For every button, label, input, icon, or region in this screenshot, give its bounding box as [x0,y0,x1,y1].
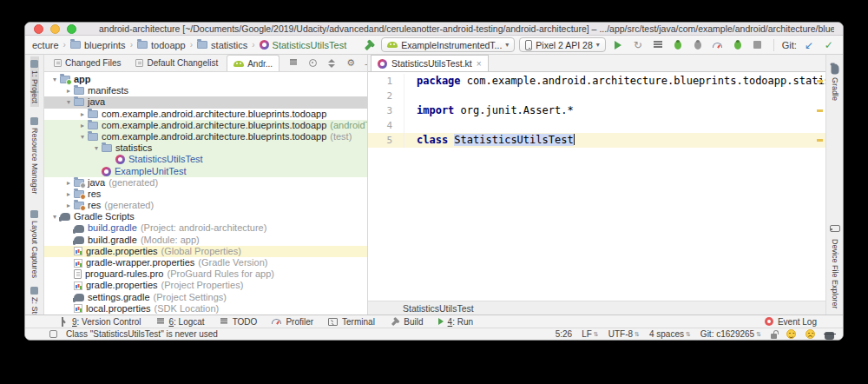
toolwindow-build[interactable]: Build [390,316,424,327]
stop-button[interactable] [750,37,766,53]
tool-button-structure[interactable]: Z: Structure [30,283,39,314]
chevron-collapsed-icon[interactable]: ▸ [77,120,88,131]
tool-button-gradle[interactable]: Gradle [830,60,840,104]
update-project-icon: ↙ [805,40,813,50]
tree-item-build-gradle-module[interactable]: build.gradle(Module: app) [44,235,367,246]
tree-item-proguard-rules[interactable]: proguard-rules.pro(ProGuard Rules for ap… [44,268,367,280]
caret-position-widget[interactable]: 5:26 [556,329,572,339]
toolwindow-todo[interactable]: TODO [220,317,258,327]
tool-button-project[interactable]: 1: Project [30,56,39,107]
tab-default-changelist[interactable]: Default Changelist [129,56,224,70]
toolwindow-profiler[interactable]: Profiler [272,317,313,327]
tree-item-gradle-wrapper-properties[interactable]: gradle-wrapper.properties(Gradle Version… [44,257,367,268]
tool-button-device-file-explorer[interactable]: Device File Explorer [831,217,839,313]
chevron-expanded-icon[interactable]: ▾ [49,74,60,85]
settings-icon[interactable]: ⚙ [345,57,357,70]
breadcrumb-todoapp[interactable]: todoapp [137,40,186,50]
profile-button[interactable] [710,37,726,53]
tab-changed-files[interactable]: Changed Files [48,56,127,70]
build-button[interactable] [361,37,377,53]
tree-item-statistics[interactable]: ▾statistics [44,142,367,154]
breadcrumb-statisticsutilstest[interactable]: StatisticsUtilsTest [260,40,347,50]
chevron-right-icon: › [130,40,133,50]
attach-debugger-button[interactable] [690,37,706,53]
tree-item-package-test[interactable]: ▾com.example.android.architecture.bluepr… [44,131,367,142]
tree-item-gradle-scripts[interactable]: ▾Gradle Scripts [44,211,367,222]
tool-button-layout-captures[interactable]: Layout Captures [30,207,39,281]
toolwindow-version-control[interactable]: 9: Version Control [60,317,141,327]
view-options-icon[interactable] [287,57,299,70]
error-stripe-mark[interactable] [817,109,823,112]
toolwindow-run[interactable]: 4: Run [438,317,473,327]
tool-button-resource-manager[interactable]: Resource Manager [30,114,39,198]
close-icon[interactable]: × [477,59,482,69]
chevron-down-icon: ▾ [505,41,509,49]
breadcrumb-architecture[interactable]: ecture [32,40,59,50]
close-window-button[interactable] [34,24,43,34]
encoding-widget[interactable]: UTF-8⇅ [608,329,640,339]
error-stripe-mark[interactable] [817,80,823,83]
zoom-window-button[interactable] [67,24,76,34]
breadcrumb-blueprints[interactable]: blueprints [70,40,126,50]
tree-item-local-properties[interactable]: local.properties(SDK Location) [44,303,367,314]
happy-feedback-icon[interactable] [786,329,796,339]
chevron-collapsed-icon[interactable]: ▸ [63,200,74,211]
error-stripe-mark[interactable] [817,139,823,142]
toolwindow-terminal[interactable]: Terminal [328,317,375,327]
highlighting-level-icon[interactable] [825,332,834,340]
run-button[interactable] [610,37,626,53]
line-number: 1 [368,74,404,89]
chevron-collapsed-icon[interactable]: ▸ [77,109,88,120]
run-configuration-select[interactable]: ExampleInstrumentedT... ▾ [381,37,515,52]
chevron-expanded-icon[interactable]: ▾ [77,131,88,142]
tree-item-manifests[interactable]: ▸manifests [44,85,367,96]
editor-tab-statisticsutilstest[interactable]: StatisticsUtilsTest.kt × [371,55,489,72]
chevron-collapsed-icon[interactable]: ▸ [63,177,74,189]
sad-feedback-icon[interactable] [806,329,815,339]
chevron-collapsed-icon[interactable]: ▸ [63,189,74,200]
readonly-lock-icon[interactable] [771,334,777,339]
inspection-widget-icon[interactable] [49,330,57,338]
tree-item-package-androidtest[interactable]: ▸com.example.android.architecture.bluepr… [44,120,367,131]
tree-item-gradle-properties-project[interactable]: gradle.properties(Project Properties) [44,280,367,291]
tree-item-settings-gradle[interactable]: settings.gradle(Project Settings) [44,292,367,303]
tree-item-java-generated[interactable]: ▸java(generated) [44,177,367,189]
toolwindow-event-log[interactable]: Event Log [765,317,817,327]
git-update-button[interactable]: ↙ [801,37,817,53]
tab-android[interactable]: Andr... [227,55,279,71]
code-area[interactable]: 1 package com.example.android.architectu… [368,72,825,301]
tree-item-statisticsutilstest[interactable]: StatisticsUtilsTest [44,154,367,165]
breadcrumb-statistics[interactable]: statistics [197,40,247,50]
tree-item-java[interactable]: ▾java [44,96,367,108]
tree-item-exampleunittest[interactable]: ExampleUnitTest [44,166,367,177]
folder-icon [102,144,112,152]
git-branch-widget[interactable]: Git: c1629265⇅ [700,329,761,339]
tree-item-gradle-properties-global[interactable]: gradle.properties(Global Properties) [44,246,367,257]
chevron-collapsed-icon[interactable]: ▸ [63,85,74,96]
line-ending-widget[interactable]: LF⇅ [582,329,599,339]
breadcrumb-class[interactable]: StatisticsUtilsTest [403,303,474,314]
folder-icon [197,41,207,49]
git-history-button[interactable]: ◷ [841,37,844,53]
tree-item-package-main[interactable]: ▸com.example.android.architecture.bluepr… [44,109,367,120]
rerun-tests-button[interactable] [730,37,746,53]
minimize-window-button[interactable] [50,24,60,34]
collapse-all-icon[interactable] [326,57,338,70]
keyword: import [417,104,454,116]
apply-code-changes-button[interactable] [650,37,666,53]
gear-icon: ⚙ [346,57,355,69]
locate-file-icon[interactable] [306,57,319,70]
chevron-expanded-icon[interactable]: ▾ [91,142,102,154]
device-select[interactable]: Pixel 2 API 28 ▾ [519,37,605,52]
tree-item-build-gradle-project[interactable]: build.gradle(Project: android-architectu… [44,222,367,234]
tree-item-app[interactable]: ▾app [44,74,367,85]
chevron-expanded-icon[interactable]: ▾ [63,96,74,108]
tree-item-res-generated[interactable]: ▸res(generated) [44,200,367,211]
tree-item-res[interactable]: ▸res [44,189,367,200]
debug-button[interactable] [670,37,686,53]
apply-changes-button[interactable]: ↻ [630,37,646,53]
toolwindow-logcat[interactable]: 6: Logcat [156,317,205,327]
git-commit-button[interactable]: ✓ [821,37,837,53]
indent-widget[interactable]: 4 spaces⇅ [649,329,691,339]
toolbar-separator [773,39,774,51]
